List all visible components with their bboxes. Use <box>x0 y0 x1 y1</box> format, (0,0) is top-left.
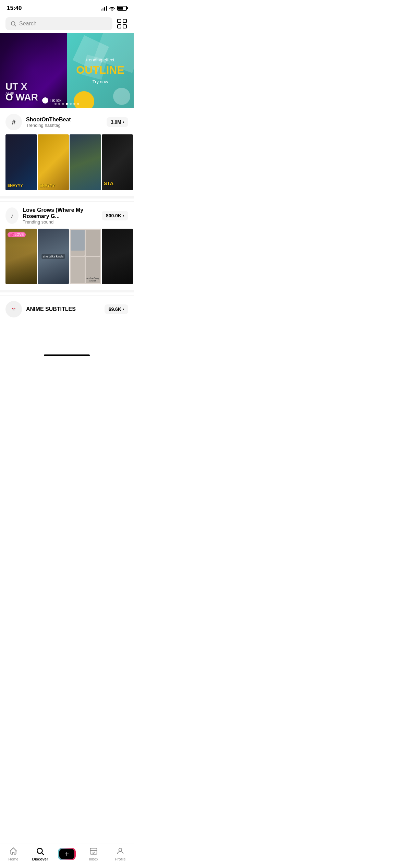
carousel-dot-2 <box>62 103 64 105</box>
banner-left-subtitle: AGIK <box>5 91 14 95</box>
love-badge: 💕 LOVE <box>8 232 26 237</box>
banner-cta: Try now <box>93 79 108 84</box>
trending-hashtag-count[interactable]: 3.0M › <box>107 117 128 127</box>
battery-icon <box>117 6 127 11</box>
anime-section: 🎌 ANIME SUBTITLES 69.6K › <box>0 295 134 322</box>
tiktok-note-icon: ♪ <box>42 97 48 104</box>
hashtag-video-3[interactable] <box>70 134 101 190</box>
carousel-dot-3 <box>66 103 68 105</box>
sound-video-1[interactable]: 💕 LOVE <box>5 229 37 285</box>
music-icon: ♪ <box>5 207 19 224</box>
hashtag-video-4[interactable]: STA <box>102 134 133 190</box>
svg-rect-2 <box>118 19 121 23</box>
search-icon <box>10 21 16 27</box>
status-time: 15:40 <box>7 5 22 12</box>
trending-hashtag-section: # ShootOnTheBeat Trending hashtag 3.0M ›… <box>0 108 134 190</box>
anime-left: 🎌 ANIME SUBTITLES <box>5 301 76 317</box>
tiktok-label: TikTok <box>50 98 61 103</box>
signal-icon <box>101 6 107 11</box>
video-label-2: ENVYYY <box>40 183 55 188</box>
svg-rect-4 <box>118 25 121 28</box>
trending-sound-left: ♪ Love Grows (Where My Rosemary G... Tre… <box>5 207 102 225</box>
status-icons <box>101 6 127 11</box>
sound-video-3[interactable]: and nobody knows <box>70 229 101 285</box>
trending-hashtag-left: # ShootOnTheBeat Trending hashtag <box>5 114 71 130</box>
home-indicator <box>44 354 90 356</box>
carousel-dot-1 <box>58 103 60 105</box>
anime-header: 🎌 ANIME SUBTITLES 69.6K › <box>0 301 134 322</box>
scan-button[interactable] <box>116 17 128 30</box>
carousel-dot-4 <box>70 103 72 105</box>
video-label-4: STA <box>104 180 114 186</box>
trending-sound-title: Love Grows (Where My Rosemary G... <box>23 207 102 219</box>
svg-point-0 <box>11 22 15 25</box>
banner-outline-title: OUTLINE <box>76 64 124 76</box>
search-bar[interactable]: Search <box>5 17 112 30</box>
search-placeholder: Search <box>19 21 37 27</box>
sound-subtitle-2: she talks kinda <box>41 254 65 259</box>
svg-rect-3 <box>123 19 126 23</box>
trending-hashtag-info: ShootOnTheBeat Trending hashtag <box>26 117 71 128</box>
carousel-dot-5 <box>73 103 75 105</box>
trending-hashtag-title: ShootOnTheBeat <box>26 117 71 123</box>
banner-trending-label: trending effect <box>86 57 114 62</box>
carousel-dot-6 <box>77 103 79 105</box>
trending-hashtag-subtitle: Trending hashtag <box>26 123 71 128</box>
banner-left[interactable]: UT XO WAR AGIK ♪ TikTok <box>0 33 67 108</box>
hashtag-video-1[interactable]: ENVYYY <box>5 134 37 190</box>
carousel-dots <box>54 103 79 105</box>
banner-right[interactable]: trending effect OUTLINE Try now <box>67 33 134 108</box>
trending-sound-subtitle: Trending sound <box>23 219 102 225</box>
banner-carousel[interactable]: UT XO WAR AGIK ♪ TikTok trending effect … <box>0 33 134 108</box>
hashtag-icon: # <box>5 114 22 130</box>
video-label-1: ENVYYY <box>8 183 23 188</box>
anime-title: ANIME SUBTITLES <box>26 306 76 312</box>
carousel-dot-0 <box>54 103 57 105</box>
sound-video-2[interactable]: she talks kinda <box>38 229 69 285</box>
sound-video-4[interactable] <box>102 229 133 285</box>
anime-count[interactable]: 69.6K › <box>105 304 128 314</box>
trending-sound-section: ♪ Love Grows (Where My Rosemary G... Tre… <box>0 201 134 285</box>
trending-sound-header: ♪ Love Grows (Where My Rosemary G... Tre… <box>0 207 134 229</box>
anime-icon: 🎌 <box>5 301 22 317</box>
hashtag-video-grid: ENVYYY ENVYYY STA <box>0 134 134 190</box>
trending-hashtag-header: # ShootOnTheBeat Trending hashtag 3.0M › <box>0 114 134 134</box>
wifi-icon <box>109 6 115 11</box>
trending-sound-count[interactable]: 800.0K › <box>102 211 128 220</box>
anime-info: ANIME SUBTITLES <box>26 306 76 312</box>
sound-video-grid: 💕 LOVE she talks kinda <box>0 229 134 285</box>
search-bar-container: Search <box>0 14 134 33</box>
status-bar: 15:40 <box>0 0 134 14</box>
hashtag-video-2[interactable]: ENVYYY <box>38 134 69 190</box>
svg-line-1 <box>14 25 16 26</box>
trending-sound-info: Love Grows (Where My Rosemary G... Trend… <box>23 207 102 225</box>
svg-rect-5 <box>123 25 126 28</box>
anime-count-value: 69.6K <box>109 306 121 312</box>
